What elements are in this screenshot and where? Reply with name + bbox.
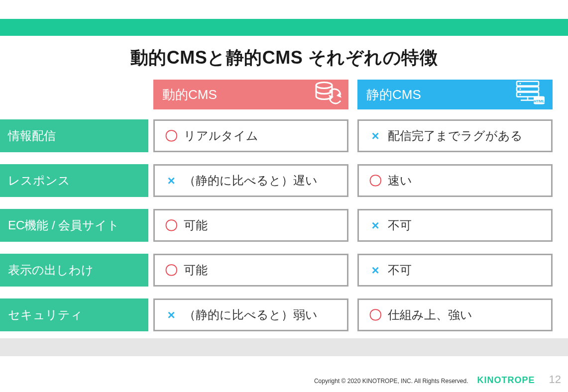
footer: Copyright © 2020 KINOTROPE, INC. All Rig… bbox=[314, 373, 561, 386]
row-label: セキュリティ bbox=[0, 298, 148, 331]
cross-mark-icon: × bbox=[163, 173, 180, 189]
column-header-static-label: 静的CMS bbox=[366, 86, 421, 103]
table-row: 表示の出しわけ〇可能×不可 bbox=[0, 254, 553, 287]
cell-text: 配信完了までラグがある bbox=[388, 128, 523, 144]
svg-text:HTML: HTML bbox=[534, 99, 545, 103]
cell-text: 速い bbox=[388, 173, 412, 189]
column-header-dynamic-label: 動的CMS bbox=[162, 86, 217, 103]
circle-mark-icon: 〇 bbox=[367, 172, 384, 190]
bottom-accent-bar bbox=[0, 338, 568, 356]
comparison-table: 動的CMS 静的CMS bbox=[0, 80, 553, 343]
svg-point-7 bbox=[520, 89, 521, 90]
table-row: セキュリティ×（静的に比べると）弱い〇仕組み上、強い bbox=[0, 298, 553, 331]
table-row: 情報配信〇リアルタイム×配信完了までラグがある bbox=[0, 119, 553, 152]
column-header-static: 静的CMS HTML bbox=[357, 80, 553, 109]
row-label: EC機能 / 会員サイト bbox=[0, 209, 148, 242]
circle-mark-icon: 〇 bbox=[163, 262, 180, 279]
table-row: レスポンス×（静的に比べると）遅い〇速い bbox=[0, 164, 553, 197]
circle-mark-icon: 〇 bbox=[367, 306, 384, 324]
column-header-dynamic: 動的CMS bbox=[153, 80, 348, 109]
database-sync-icon bbox=[315, 81, 341, 108]
svg-point-6 bbox=[520, 83, 521, 85]
cell-text: リアルタイム bbox=[184, 128, 258, 144]
row-label: 情報配信 bbox=[0, 119, 148, 152]
header-spacer bbox=[0, 80, 148, 112]
cell-dynamic: 〇可能 bbox=[153, 209, 348, 242]
server-html-icon: HTML bbox=[516, 81, 546, 109]
page-number: 12 bbox=[549, 373, 561, 386]
table-header-row: 動的CMS 静的CMS bbox=[0, 80, 553, 112]
svg-point-8 bbox=[520, 94, 521, 96]
circle-mark-icon: 〇 bbox=[163, 127, 180, 145]
table-row: EC機能 / 会員サイト〇可能×不可 bbox=[0, 209, 553, 242]
cell-text: 可能 bbox=[184, 262, 208, 278]
svg-point-0 bbox=[316, 83, 332, 89]
cross-mark-icon: × bbox=[367, 263, 384, 278]
cell-text: 不可 bbox=[388, 262, 412, 278]
cell-text: （静的に比べると）弱い bbox=[184, 307, 318, 323]
cell-text: 可能 bbox=[184, 217, 208, 233]
cell-static: 〇速い bbox=[357, 164, 553, 197]
row-label: レスポンス bbox=[0, 164, 148, 197]
cell-dynamic: ×（静的に比べると）遅い bbox=[153, 164, 348, 197]
cell-text: 仕組み上、強い bbox=[388, 307, 472, 323]
circle-mark-icon: 〇 bbox=[163, 217, 180, 234]
cell-static: ×不可 bbox=[357, 209, 553, 242]
cell-text: 不可 bbox=[388, 217, 412, 233]
cross-mark-icon: × bbox=[163, 307, 180, 323]
cross-mark-icon: × bbox=[367, 128, 384, 144]
cell-dynamic: 〇可能 bbox=[153, 254, 348, 287]
row-label: 表示の出しわけ bbox=[0, 254, 148, 287]
accent-bar bbox=[0, 19, 568, 36]
cross-mark-icon: × bbox=[367, 218, 384, 233]
cell-text: （静的に比べると）遅い bbox=[184, 173, 318, 189]
cell-dynamic: ×（静的に比べると）弱い bbox=[153, 298, 348, 331]
slide-title: 動的CMSと静的CMS それぞれの特徴 bbox=[0, 46, 568, 70]
cell-static: ×不可 bbox=[357, 254, 553, 287]
copyright-text: Copyright © 2020 KINOTROPE, INC. All Rig… bbox=[314, 378, 468, 385]
cell-dynamic: 〇リアルタイム bbox=[153, 119, 348, 152]
brand-logo-text: KINOTROPE bbox=[477, 375, 535, 386]
cell-static: ×配信完了までラグがある bbox=[357, 119, 553, 152]
cell-static: 〇仕組み上、強い bbox=[357, 298, 553, 331]
